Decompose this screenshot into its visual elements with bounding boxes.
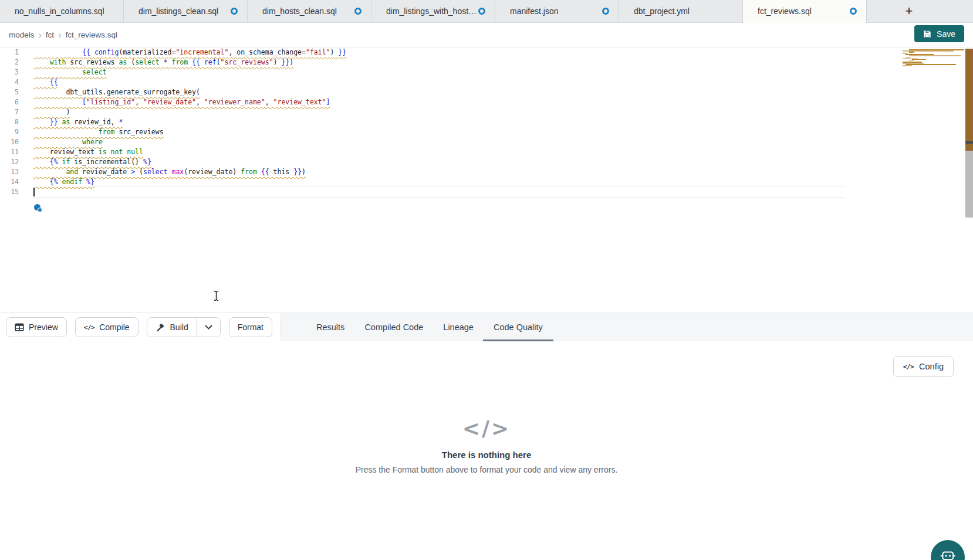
tab-label: dbt_project.yml: [634, 6, 690, 16]
quick-fix-icon[interactable]: [34, 204, 40, 211]
compile-button[interactable]: </> Compile: [75, 317, 138, 337]
code-line[interactable]: 14 {% endif %}: [0, 177, 973, 187]
code-icon: </>: [903, 363, 914, 371]
build-split-button: Build: [147, 317, 221, 337]
toolbar-buttons: Preview </> Compile Build: [0, 313, 272, 341]
empty-state: </> There is nothing here Press the Form…: [0, 416, 973, 474]
code-line-text: }} as review_id, *: [33, 117, 845, 127]
breadcrumb-segment[interactable]: models: [9, 30, 35, 39]
line-number: 11: [0, 147, 19, 157]
code-line-text: {{ config(materialized="incremental", on…: [33, 47, 845, 57]
empty-state-subtitle: Press the Format button above to format …: [0, 465, 973, 474]
line-number: 6: [0, 97, 19, 107]
breadcrumb-segment[interactable]: fct: [46, 30, 54, 39]
table-icon: [15, 323, 24, 332]
minimap[interactable]: [899, 49, 965, 66]
code-line[interactable]: 7 ): [0, 107, 973, 117]
code-line[interactable]: 4 {{: [0, 77, 973, 87]
line-number: 4: [0, 77, 19, 87]
code-line[interactable]: 5 dbt_utils.generate_surrogate_key(: [0, 87, 973, 97]
config-label: Config: [919, 362, 944, 371]
panel-tab-lineage[interactable]: Lineage: [443, 313, 474, 341]
code-line[interactable]: 15: [0, 187, 973, 197]
minimap-line: [906, 64, 956, 65]
code-line-text: ): [33, 107, 845, 117]
editor-tab[interactable]: dim_listings_clean.sql: [124, 0, 248, 22]
unsaved-changes-icon: [354, 8, 362, 15]
format-button[interactable]: Format: [229, 317, 272, 337]
tab-label: dim_listings_clean.sql: [138, 6, 218, 16]
code-line[interactable]: 12 {% if is_incremental() %}: [0, 157, 973, 167]
save-label: Save: [937, 29, 955, 39]
file-header-bar: models›fct›fct_reviews.sql Save: [0, 23, 973, 47]
editor-tab[interactable]: dim_listings_with_hosts.sql: [371, 0, 495, 22]
preview-label: Preview: [29, 323, 58, 332]
chevron-down-icon: [205, 325, 212, 330]
tab-label: no_nulls_in_columns.sql: [15, 6, 104, 16]
line-number: 10: [0, 137, 19, 147]
panel-tab-compiled-code[interactable]: Compiled Code: [364, 313, 423, 341]
editor-tab[interactable]: fct_reviews.sql: [743, 0, 867, 22]
hammer-icon: [156, 323, 165, 332]
code-line-text: from src_reviews: [33, 127, 845, 137]
code-area: 1 {{ config(materialized="incremental", …: [0, 47, 973, 197]
new-tab-button[interactable]: +: [897, 0, 921, 22]
build-label: Build: [170, 323, 188, 332]
editor-tab[interactable]: no_nulls_in_columns.sql: [0, 0, 124, 22]
overview-warning-marker: [965, 49, 973, 141]
code-line-text: review_text is not null: [33, 147, 845, 157]
code-line-text: with src_reviews as (select * from {{ re…: [33, 57, 845, 67]
panel-tab-results[interactable]: Results: [316, 313, 344, 341]
code-line[interactable]: 9 from src_reviews: [0, 127, 973, 137]
minimap-line: [912, 59, 925, 60]
chevron-right-icon: ›: [39, 30, 42, 40]
editor-tab[interactable]: manifest.json: [495, 0, 619, 22]
save-button[interactable]: Save: [914, 25, 964, 42]
code-line-text: and review_date > (select max(review_dat…: [33, 167, 845, 177]
build-dropdown-button[interactable]: [197, 318, 220, 337]
build-button[interactable]: Build: [147, 318, 197, 337]
preview-button[interactable]: Preview: [6, 317, 67, 337]
code-line-text: [33, 187, 845, 197]
line-number: 15: [0, 187, 19, 197]
unsaved-changes-icon: [231, 8, 238, 15]
code-line[interactable]: 10 where: [0, 137, 973, 147]
code-line-text: dbt_utils.generate_surrogate_key(: [33, 87, 845, 97]
code-line-text: {{: [33, 77, 845, 87]
code-line[interactable]: 8 }} as review_id, *: [0, 117, 973, 127]
editor-tab[interactable]: dbt_project.yml: [619, 0, 743, 22]
line-number: 14: [0, 177, 19, 187]
floppy-disk-icon: [923, 30, 931, 38]
line-number: 9: [0, 127, 19, 137]
scrollbar-thumb[interactable]: [965, 49, 973, 218]
code-line[interactable]: 13 and review_date > (select max(review_…: [0, 167, 973, 177]
tab-label: dim_hosts_clean.sql: [262, 6, 337, 16]
empty-state-title: There is nothing here: [0, 450, 973, 460]
code-line[interactable]: 3 select: [0, 67, 973, 77]
code-line-text: ["listing_id", "review_date", "reviewer_…: [33, 97, 845, 107]
minimap-line: [903, 65, 912, 66]
breadcrumb-segment[interactable]: fct_reviews.sql: [65, 30, 117, 39]
tab-label: fct_reviews.sql: [758, 6, 812, 16]
line-number: 7: [0, 107, 19, 117]
line-number: 8: [0, 117, 19, 127]
code-line-text: select: [33, 67, 845, 77]
unsaved-changes-icon: [478, 8, 485, 15]
minimap-line: [909, 55, 961, 56]
code-slash-icon: </>: [0, 416, 973, 440]
line-number: 12: [0, 157, 19, 167]
code-line[interactable]: 11 review_text is not null: [0, 147, 973, 157]
line-number: 13: [0, 167, 19, 177]
code-line-text: {% endif %}: [33, 177, 845, 187]
code-editor[interactable]: 1 {{ config(materialized="incremental", …: [0, 47, 973, 313]
line-number: 1: [0, 47, 19, 57]
editor-tab[interactable]: dim_hosts_clean.sql: [248, 0, 371, 22]
unsaved-changes-icon: [602, 8, 609, 15]
panel-body: </> Config </> There is nothing here Pre…: [0, 341, 973, 560]
code-line[interactable]: 6 ["listing_id", "review_date", "reviewe…: [0, 97, 973, 107]
bottom-panel: Preview </> Compile Build: [0, 313, 973, 560]
code-line[interactable]: 1 {{ config(materialized="incremental", …: [0, 47, 973, 57]
config-button[interactable]: </> Config: [893, 356, 954, 377]
code-line[interactable]: 2 with src_reviews as (select * from {{ …: [0, 57, 973, 67]
panel-tab-code-quality[interactable]: Code Quality: [494, 313, 543, 341]
